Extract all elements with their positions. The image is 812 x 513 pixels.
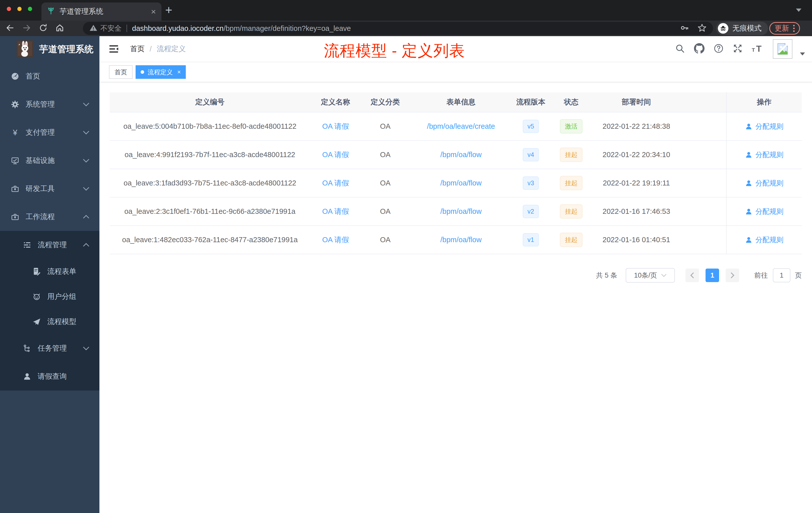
user-icon <box>745 208 753 215</box>
sidebar-item-process-model[interactable]: 流程模型 <box>0 309 99 334</box>
password-key-icon[interactable] <box>680 24 689 33</box>
page-size-select[interactable]: 10条/页 <box>626 268 675 282</box>
cell-definition-name-link[interactable]: OA 请假 <box>322 235 349 245</box>
sidebar-item-label: 用户分组 <box>47 292 76 302</box>
help-icon[interactable] <box>714 43 724 55</box>
sidebar-item-task-management[interactable]: 任务管理 <box>0 334 99 362</box>
sidebar-item-infrastructure[interactable]: 基础设施 <box>0 147 99 175</box>
avatar-caret-icon[interactable] <box>800 53 805 56</box>
fullscreen-icon[interactable] <box>733 43 743 55</box>
assign-rule-button[interactable]: 分配规则 <box>745 150 784 160</box>
cell-form-link[interactable]: /bpm/oa/flow <box>440 151 482 159</box>
cell-filler <box>679 226 726 254</box>
chevron-left-icon <box>690 272 695 279</box>
tab-title: 芋道管理系统 <box>59 6 151 17</box>
tab-search-caret-icon[interactable] <box>796 8 802 12</box>
goto-page-input[interactable] <box>773 268 790 282</box>
tags-view-bar: 首页 流程定义 × <box>99 62 812 82</box>
new-tab-button[interactable]: + <box>165 4 172 16</box>
sidebar-item-system[interactable]: 系统管理 <box>0 90 99 118</box>
sidebar-fold-icon[interactable] <box>109 44 119 54</box>
browser-tab[interactable]: 芋道管理系统 × <box>41 2 162 21</box>
next-page-button[interactable] <box>726 269 739 282</box>
minimize-window-button[interactable] <box>17 7 22 11</box>
cell-definition-name-link[interactable]: OA 请假 <box>322 207 349 217</box>
sidebar-logo[interactable]: 芋道管理系统 <box>0 36 99 62</box>
table-row: oa_leave:1:482ec033-762a-11ec-8477-a2380… <box>110 226 802 254</box>
zoom-window-button[interactable] <box>28 7 32 11</box>
sidebar-item-home[interactable]: 首页 <box>0 62 99 90</box>
sidebar-item-user-group[interactable]: 用户分组 <box>0 284 99 309</box>
sidebar-item-process-form[interactable]: 流程表单 <box>0 259 99 284</box>
cell-definition-id: oa_leave:5:004b710b-7b8a-11ec-8ef0-acde4… <box>110 113 310 140</box>
cell-category: OA <box>361 169 409 197</box>
chevron-down-icon <box>83 102 89 107</box>
document-edit-icon <box>32 267 41 276</box>
sidebar-item-payment[interactable]: ¥ 支付管理 <box>0 118 99 147</box>
reload-button[interactable] <box>39 23 48 33</box>
search-icon[interactable] <box>675 43 685 55</box>
sidebar-item-devtools[interactable]: 研发工具 <box>0 175 99 203</box>
chevron-down-icon <box>83 346 89 350</box>
cell-category: OA <box>361 113 409 140</box>
back-button[interactable] <box>5 23 14 33</box>
forward-button[interactable] <box>22 23 31 33</box>
url-domain: dashboard.yudao.iocoder.cn <box>132 24 224 33</box>
cell-form-link[interactable]: /bpm/oa/flow <box>440 236 482 244</box>
security-label: 不安全 <box>100 24 121 33</box>
chevron-up-icon <box>83 243 89 247</box>
version-badge: v1 <box>523 233 539 246</box>
cell-deploy-time: 2022-01-16 01:40:51 <box>593 226 679 254</box>
status-badge: 挂起 <box>560 233 582 247</box>
assign-rule-button[interactable]: 分配规则 <box>745 207 784 216</box>
cell-form-link[interactable]: /bpm/oa/flow <box>440 179 482 187</box>
home-button[interactable] <box>55 23 64 33</box>
cell-deploy-time: 2022-01-22 20:34:10 <box>593 141 679 169</box>
cell-definition-name-link[interactable]: OA 请假 <box>322 150 349 160</box>
cell-deploy-time: 2022-01-22 21:48:38 <box>593 113 679 140</box>
chrome-update-button[interactable]: 更新 <box>769 22 800 35</box>
broken-image-icon <box>776 42 789 56</box>
tag-close-icon[interactable]: × <box>177 68 181 76</box>
dashboard-icon <box>10 72 20 81</box>
assign-rule-button[interactable]: 分配规则 <box>745 235 784 245</box>
browser-window: 芋道管理系统 × + 不安全 dashboard.yudao.iocoder.c… <box>0 0 812 513</box>
tag-home[interactable]: 首页 <box>109 65 133 79</box>
cell-definition-id: oa_leave:4:991f2193-7b7f-11ec-a3c8-acde4… <box>110 141 310 169</box>
cell-category: OA <box>361 198 409 225</box>
chevron-down-icon <box>83 130 89 134</box>
cell-filler <box>679 169 726 197</box>
browser-menu-dots-icon[interactable] <box>793 25 795 32</box>
close-window-button[interactable] <box>7 7 11 11</box>
tab-close-icon[interactable]: × <box>151 7 156 16</box>
bookmark-star-icon[interactable] <box>697 23 706 33</box>
toolbox-icon <box>10 184 20 193</box>
sidebar-item-process-management[interactable]: 流程管理 <box>0 231 99 259</box>
cell-definition-name-link[interactable]: OA 请假 <box>322 178 349 188</box>
cell-deploy-time: 2022-01-16 17:46:53 <box>593 198 679 225</box>
cell-filler <box>679 198 726 225</box>
url-bar[interactable]: 不安全 dashboard.yudao.iocoder.cn/bpm/manag… <box>83 22 713 35</box>
tag-process-definition[interactable]: 流程定义 × <box>136 65 186 79</box>
chevron-down-icon <box>661 274 667 277</box>
font-size-icon[interactable]: TT <box>752 43 764 55</box>
list-operation-icon <box>23 241 32 249</box>
security-warning-icon[interactable] <box>89 24 97 33</box>
github-icon[interactable] <box>694 43 704 55</box>
sidebar-item-workflow[interactable]: 工作流程 <box>0 203 99 231</box>
cell-definition-name-link[interactable]: OA 请假 <box>322 121 349 131</box>
column-header: 表单信息 <box>409 92 513 112</box>
breadcrumb-home[interactable]: 首页 <box>130 44 145 54</box>
page-number-button[interactable]: 1 <box>705 269 719 282</box>
column-header: 状态 <box>549 92 593 112</box>
assign-rule-button[interactable]: 分配规则 <box>745 122 784 131</box>
window-controls[interactable] <box>7 7 32 11</box>
sidebar-item-leave-query[interactable]: 请假查询 <box>0 362 99 391</box>
sidebar-item-label: 流程模型 <box>47 317 76 327</box>
assign-rule-button[interactable]: 分配规则 <box>745 178 784 188</box>
avatar[interactable] <box>773 39 792 59</box>
prev-page-button[interactable] <box>686 269 699 282</box>
cell-form-link[interactable]: /bpm/oa/leave/create <box>427 122 495 130</box>
cell-form-link[interactable]: /bpm/oa/flow <box>440 207 482 216</box>
version-badge: v2 <box>523 205 539 218</box>
